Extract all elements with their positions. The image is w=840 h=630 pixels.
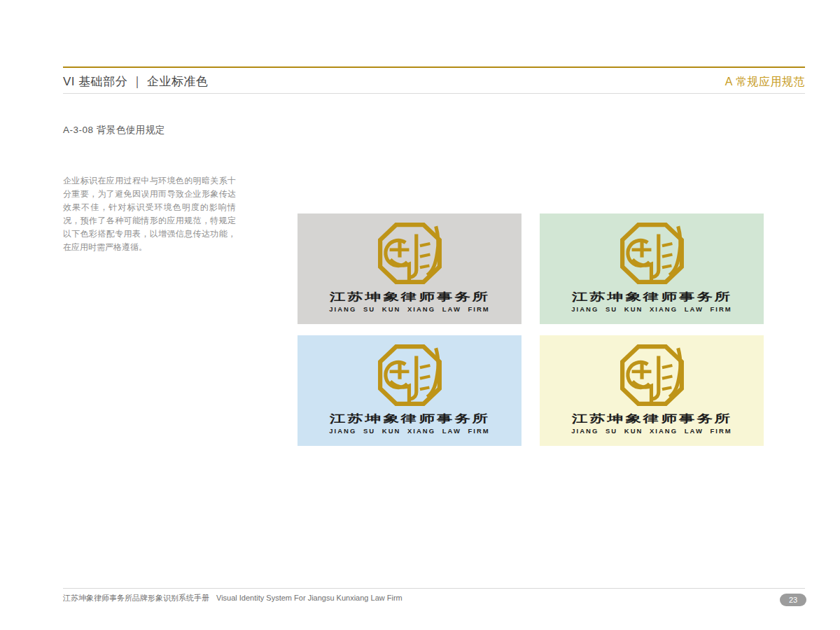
kunxiang-logo-icon	[377, 344, 442, 407]
logo-en-text: JIANG SU KUN XIANG LAW FIRM	[329, 428, 489, 435]
logo-en-text: JIANG SU KUN XIANG LAW FIRM	[329, 306, 489, 313]
logo-cn-text: 江苏坤象律师事务所	[571, 413, 732, 424]
kunxiang-logo-icon	[620, 344, 685, 407]
page-title: A-3-08 背景色使用规定	[63, 124, 165, 136]
logo-cn-text: 江苏坤象律师事务所	[329, 413, 490, 424]
logo-en-text: JIANG SU KUN XIANG LAW FIRM	[571, 306, 732, 313]
page-number-badge: 23	[780, 594, 806, 606]
logo-panel-green: 江苏坤象律师事务所 JIANG SU KUN XIANG LAW FIRM	[540, 214, 764, 324]
logo-panel-blue: 江苏坤象律师事务所 JIANG SU KUN XIANG LAW FIRM	[298, 335, 522, 446]
logo-cn-text: 江苏坤象律师事务所	[571, 291, 732, 302]
footer-caption-cn: 江苏坤象律师事务所品牌形象识别系统手册	[63, 594, 209, 602]
logo-panel-yellow: 江苏坤象律师事务所 JIANG SU KUN XIANG LAW FIRM	[540, 335, 764, 446]
logo-cn-text: 江苏坤象律师事务所	[329, 291, 490, 302]
header-category-label: A 常规应用规范	[725, 75, 805, 90]
header-section-title: VI 基础部分 ｜ 企业标准色	[63, 74, 208, 90]
header-divider	[63, 93, 805, 94]
footer-caption: 江苏坤象律师事务所品牌形象识别系统手册Visual Identity Syste…	[63, 593, 402, 603]
footer-divider	[63, 588, 805, 589]
footer-caption-en: Visual Identity System For Jiangsu Kunxi…	[216, 594, 402, 602]
intro-paragraph: 企业标识在应用过程中与环境色的明暗关系十分重要，为了避免因误用而导致企业形象传达…	[63, 174, 236, 254]
logo-panel-gray: 江苏坤象律师事务所 JIANG SU KUN XIANG LAW FIRM	[298, 214, 522, 324]
logo-en-text: JIANG SU KUN XIANG LAW FIRM	[571, 428, 732, 435]
kunxiang-logo-icon	[377, 223, 442, 285]
logo-panel-grid: 江苏坤象律师事务所 JIANG SU KUN XIANG LAW FIRM 江苏…	[298, 214, 764, 446]
header-gold-rule	[63, 66, 805, 68]
kunxiang-logo-icon	[620, 223, 685, 285]
